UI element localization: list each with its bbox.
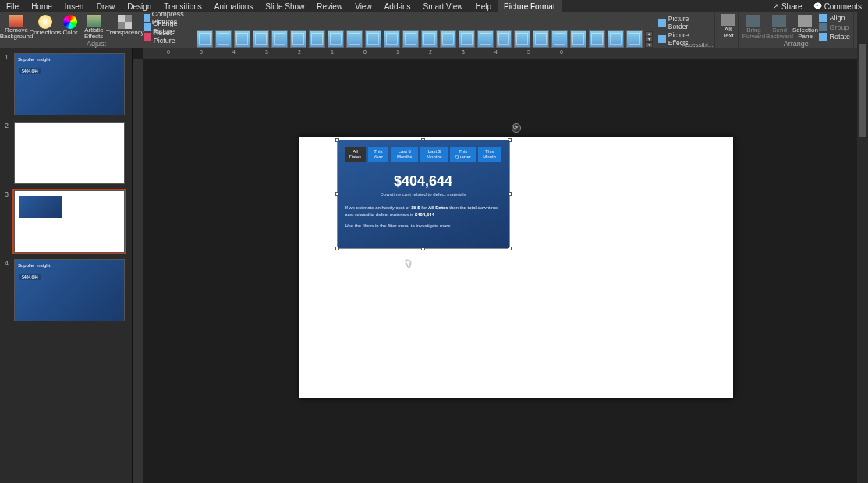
gallery-up[interactable]: ▴ [645, 31, 653, 37]
widget-amount: $404,644 [345, 173, 501, 190]
tab-help[interactable]: Help [469, 0, 498, 12]
thumb-number: 1 [5, 53, 11, 115]
tab-draw[interactable]: Draw [90, 0, 121, 12]
selection-pane-button[interactable]: Selection Pane [793, 14, 817, 41]
group-label-adjust: Adjust [0, 41, 193, 48]
style-thumb[interactable] [215, 30, 232, 48]
tab-addins[interactable]: Add-ins [378, 0, 417, 12]
style-thumb[interactable] [477, 30, 494, 48]
style-thumb[interactable] [328, 30, 344, 48]
slide[interactable]: All Dates This Year Last 6 Months Last 3… [299, 137, 733, 398]
thumb-metric: $404,644 [19, 274, 41, 280]
tab-smartview[interactable]: Smart View [417, 0, 469, 12]
style-thumb[interactable] [309, 30, 325, 48]
style-thumb[interactable] [570, 30, 586, 48]
tab-home[interactable]: Home [25, 0, 58, 12]
style-thumb[interactable] [589, 30, 605, 48]
thumb-number: 2 [5, 122, 11, 184]
share-button[interactable]: Share [768, 2, 807, 11]
style-thumb[interactable] [384, 30, 400, 48]
transparency-button[interactable]: Transparency [108, 14, 142, 41]
color-button[interactable]: Color [61, 14, 80, 41]
gallery-down[interactable]: ▾ [645, 37, 653, 42]
thumb-number: 3 [5, 190, 11, 253]
inserted-picture[interactable]: All Dates This Year Last 6 Months Last 3… [338, 140, 509, 248]
gallery-more[interactable]: ▾ [645, 42, 653, 48]
selection-icon [798, 15, 812, 27]
send-backward-button: Send Backward [767, 14, 791, 41]
alt-text-icon [721, 14, 735, 26]
style-thumb[interactable] [440, 30, 456, 48]
rotate-button[interactable]: Rotate [819, 32, 850, 41]
alt-text-button[interactable]: Alt Text [718, 13, 737, 40]
scrollbar-thumb[interactable] [859, 44, 866, 137]
style-thumb[interactable] [346, 30, 363, 48]
tab-file[interactable]: File [0, 0, 25, 12]
tab-review[interactable]: Review [310, 0, 349, 12]
tab-view[interactable]: View [349, 0, 378, 12]
widget-tab: All Dates [345, 147, 366, 162]
style-thumb[interactable] [290, 30, 306, 48]
style-thumb[interactable] [551, 30, 568, 48]
widget-tab: This Month [478, 147, 501, 162]
remove-bg-icon [9, 15, 23, 27]
widget-text-2: Use the filters in the filter menu to in… [345, 222, 501, 229]
remove-background-button[interactable]: Remove Background [3, 14, 30, 41]
tab-insert[interactable]: Insert [58, 0, 90, 12]
tab-picture-format[interactable]: Picture Format [498, 0, 562, 12]
backward-icon [772, 15, 786, 27]
tab-slideshow[interactable]: Slide Show [259, 0, 310, 12]
group-label-arrange: Arrange [739, 41, 853, 48]
corrections-button[interactable]: Corrections [32, 14, 58, 41]
slide-thumbnails-panel[interactable]: 1$404,644 2 3 4$404,644 [0, 48, 133, 483]
comments-button[interactable]: Comments [807, 2, 868, 11]
picture-selection[interactable]: All Dates This Year Last 6 Months Last 3… [337, 140, 510, 249]
horizontal-ruler: 6543210123456 [143, 48, 868, 59]
style-thumb[interactable] [402, 30, 419, 48]
reset-picture-button[interactable]: Reset Picture [144, 32, 190, 41]
transparency-icon [118, 15, 132, 29]
style-thumb[interactable] [608, 30, 624, 48]
align-button[interactable]: Align [819, 13, 850, 22]
forward-icon [746, 15, 760, 27]
corrections-icon [38, 15, 52, 29]
group-button: Group [819, 23, 850, 31]
style-thumb[interactable] [365, 30, 381, 48]
slide-thumb-2[interactable] [14, 122, 125, 184]
style-thumb[interactable] [459, 30, 475, 48]
style-thumb[interactable] [253, 30, 269, 48]
widget-tab: This Quarter [450, 147, 475, 162]
slide-thumb-4[interactable]: $404,644 [14, 259, 125, 321]
artistic-effects-button[interactable]: Artistic Effects [82, 14, 105, 41]
thumb-number: 4 [5, 259, 11, 321]
widget-tab: Last 3 Months [420, 147, 448, 162]
style-thumb[interactable] [234, 30, 250, 48]
slide-thumb-3[interactable] [14, 190, 125, 253]
vertical-scrollbar[interactable] [857, 12, 868, 483]
ribbon: Remove Background Corrections Color Arti… [0, 12, 868, 48]
style-thumb[interactable] [197, 30, 213, 48]
slide-canvas[interactable]: All Dates This Year Last 6 Months Last 3… [133, 59, 868, 483]
bring-forward-button: Bring Forward [742, 14, 765, 41]
accessibility-indicator[interactable]: Accessibi... [682, 41, 713, 48]
picture-border-button[interactable]: Picture Border [658, 15, 708, 30]
style-thumb[interactable] [626, 30, 643, 48]
color-icon [63, 15, 77, 29]
artistic-icon [87, 15, 101, 27]
menu-tabs: File Home Insert Draw Design Transitions… [0, 0, 868, 12]
style-thumb[interactable] [271, 30, 288, 48]
style-thumb[interactable] [496, 30, 512, 48]
style-thumb[interactable] [421, 30, 438, 48]
thumb-metric: $404,644 [19, 68, 41, 74]
widget-text-1: If we estimate an hourly cost of 15 $ fo… [345, 204, 501, 218]
style-thumb[interactable] [533, 30, 549, 48]
style-thumb[interactable] [514, 30, 530, 48]
widget-tab: Last 6 Months [391, 147, 418, 162]
widget-tab: This Year [368, 147, 389, 162]
rotate-handle[interactable] [512, 123, 521, 133]
widget-subtitle: Downtime cost related to defect material… [345, 192, 501, 197]
tab-animations[interactable]: Animations [208, 0, 259, 12]
slide-thumb-1[interactable]: $404,644 [14, 53, 125, 115]
